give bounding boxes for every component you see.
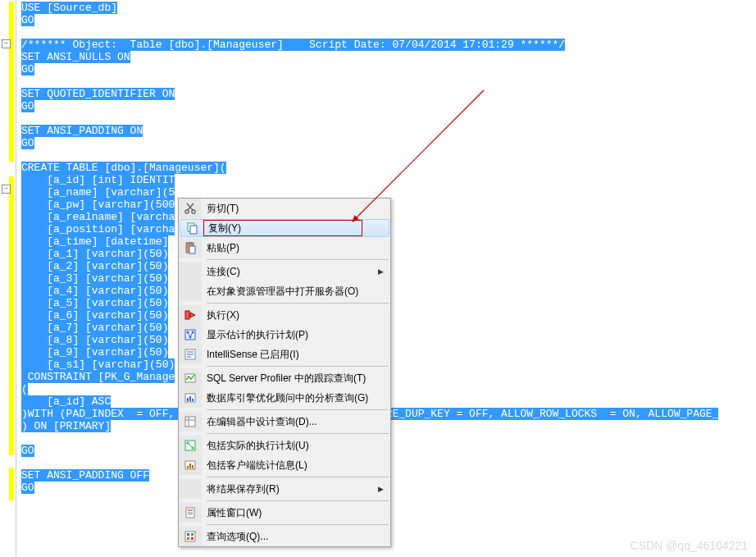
context-menu: 剪切(T)复制(Y)粘贴(P)连接(C)▶在对象资源管理器中打开服务器(O)执行… (178, 198, 391, 547)
copy-icon (180, 220, 203, 236)
svg-rect-8 (189, 246, 195, 253)
menu-separator (207, 259, 389, 260)
svg-marker-10 (190, 313, 195, 317)
menu-separator (207, 477, 389, 477)
intellisense-icon (179, 345, 202, 364)
menu-item[interactable]: 连接(C)▶ (179, 262, 390, 281)
menu-label: 在对象资源管理器中打开服务器(O) (207, 285, 384, 299)
options-icon (179, 527, 202, 546)
menu-item[interactable]: 复制(Y) (180, 219, 389, 237)
advisor-icon (179, 388, 202, 408)
svg-point-0 (185, 210, 189, 213)
code-line: CREATE TABLE [dbo].[Manageuser]( (21, 162, 751, 174)
menu-label: 包括实际的执行计划(U) (207, 439, 384, 453)
svg-rect-43 (191, 533, 194, 536)
menu-label: 剪切(T) (207, 202, 384, 216)
svg-rect-7 (188, 242, 192, 244)
menu-label: 粘贴(P) (207, 241, 384, 255)
menu-item[interactable]: 属性窗口(W) (179, 503, 390, 523)
submenu-arrow-icon: ▶ (378, 485, 384, 493)
svg-rect-38 (188, 509, 193, 511)
execute-icon (179, 305, 202, 325)
submenu-arrow-icon: ▶ (378, 267, 384, 276)
code-line: SET ANSI_PADDING ON (21, 125, 751, 137)
code-line (21, 75, 751, 88)
menu-separator (207, 409, 389, 410)
menu-label: 属性窗口(W) (207, 506, 384, 520)
svg-rect-41 (185, 532, 195, 541)
blank-icon (179, 262, 202, 281)
code-line: GO (21, 100, 751, 112)
code-line: SET QUOTED_IDENTIFIER ON (21, 88, 751, 100)
menu-separator (207, 433, 389, 434)
menu-label: SQL Server Profiler 中的跟踪查询(T) (207, 372, 384, 386)
menu-label: 查询选项(Q)... (207, 530, 384, 544)
code-line: SET ANSI_NULLS ON (21, 51, 751, 63)
code-line (21, 149, 751, 162)
svg-rect-35 (189, 463, 191, 468)
menu-item[interactable]: 包括实际的执行计划(U) (179, 436, 390, 455)
menu-separator (207, 524, 389, 525)
fold-toggle[interactable] (2, 39, 11, 48)
blank-icon (179, 479, 202, 499)
paste-icon (179, 238, 202, 258)
editor-gutter (0, 0, 16, 557)
properties-icon (179, 503, 202, 523)
menu-label: 在编辑器中设计查询(D)... (207, 415, 384, 429)
menu-item[interactable]: 将结果保存到(R)▶ (179, 479, 390, 499)
svg-rect-34 (187, 466, 189, 468)
watermark: CSDN @qq_46104221 (631, 539, 748, 552)
change-marker (9, 176, 14, 455)
menu-label: 显示估计的执行计划(P) (207, 328, 384, 342)
svg-rect-23 (187, 398, 189, 401)
fold-toggle[interactable] (2, 185, 11, 194)
menu-item[interactable]: IntelliSense 已启用(I) (179, 345, 390, 364)
stats-icon (179, 455, 202, 475)
svg-rect-5 (190, 226, 197, 234)
code-line: GO (21, 63, 751, 75)
change-marker (9, 468, 14, 500)
code-line: USE [Source_db] (21, 2, 751, 14)
svg-rect-26 (185, 417, 195, 427)
code-line: GO (21, 14, 751, 26)
svg-point-1 (192, 210, 195, 213)
menu-item[interactable]: 查询选项(Q)... (179, 527, 390, 546)
code-line: GO (21, 137, 751, 149)
svg-line-3 (187, 203, 193, 210)
blank-icon (179, 281, 202, 301)
menu-item[interactable]: 剪切(T) (179, 199, 390, 218)
menu-label: 执行(X) (207, 308, 384, 322)
menu-item[interactable]: 在编辑器中设计查询(D)... (179, 412, 390, 431)
menu-label: 数据库引擎优化顾问中的分析查询(G) (207, 391, 384, 405)
code-line (21, 112, 751, 125)
menu-item[interactable]: 在对象资源管理器中打开服务器(O) (179, 281, 390, 301)
menu-label: 连接(C) (207, 265, 378, 279)
design-icon (179, 412, 202, 431)
svg-rect-9 (185, 311, 189, 319)
svg-rect-44 (187, 537, 189, 540)
code-line (21, 26, 751, 39)
menu-separator (207, 500, 389, 501)
svg-rect-36 (192, 465, 194, 468)
menu-item[interactable]: 执行(X) (179, 305, 390, 325)
menu-separator (207, 366, 389, 367)
cut-icon (179, 199, 202, 218)
change-marker (9, 2, 14, 162)
profiler-icon (179, 368, 202, 388)
code-line: [a_id] [int] IDENTIT (21, 174, 751, 186)
actualplan-icon (179, 436, 202, 455)
menu-item[interactable]: 显示估计的执行计划(P) (179, 325, 390, 345)
menu-separator (207, 303, 389, 304)
code-line: [a_name] [varchar](5 (21, 186, 751, 199)
svg-line-2 (188, 203, 194, 210)
menu-label: 复制(Y) (208, 221, 382, 235)
menu-item[interactable]: 粘贴(P) (179, 238, 390, 258)
menu-label: IntelliSense 已启用(I) (207, 348, 384, 362)
menu-item[interactable]: 包括客户端统计信息(L) (179, 455, 390, 475)
menu-item[interactable]: SQL Server Profiler 中的跟踪查询(T) (179, 368, 390, 388)
svg-rect-24 (189, 396, 191, 401)
menu-item[interactable]: 数据库引擎优化顾问中的分析查询(G) (179, 388, 390, 408)
menu-label: 将结果保存到(R) (207, 482, 378, 496)
menu-label: 包括客户端统计信息(L) (207, 459, 384, 473)
svg-rect-25 (192, 399, 194, 401)
